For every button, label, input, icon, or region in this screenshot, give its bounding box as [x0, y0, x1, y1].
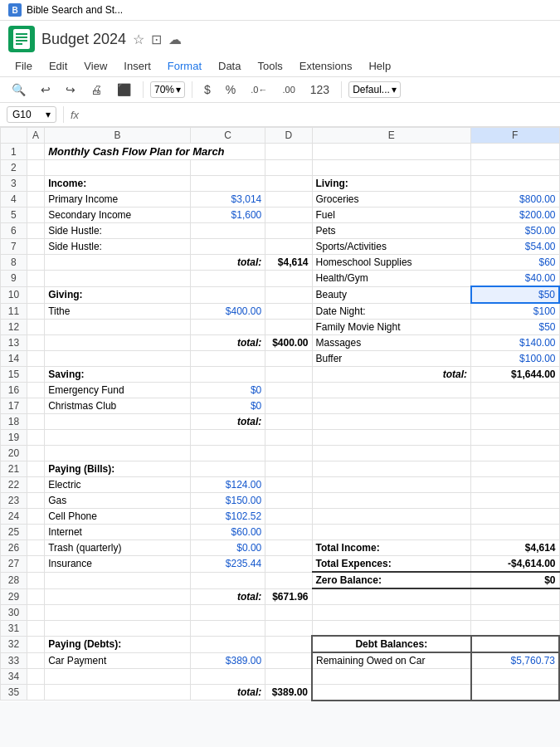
- cell-e5[interactable]: Fuel: [312, 208, 471, 223]
- cell-b2[interactable]: [45, 160, 191, 176]
- cell-a14[interactable]: [27, 351, 44, 367]
- cell-a26[interactable]: [27, 540, 44, 556]
- cell-c32[interactable]: [190, 636, 265, 652]
- cell-d34[interactable]: [265, 669, 312, 685]
- print-button[interactable]: 🖨: [85, 81, 107, 99]
- cell-c26[interactable]: $0.00: [190, 540, 265, 556]
- col-header-b[interactable]: B: [45, 128, 191, 144]
- cell-c14[interactable]: [190, 351, 265, 367]
- cell-d5[interactable]: [265, 208, 312, 223]
- cell-e23[interactable]: [312, 493, 471, 509]
- cell-d35[interactable]: $389.00: [265, 685, 312, 701]
- cell-b27[interactable]: Insurance: [45, 556, 191, 573]
- cell-a6[interactable]: [27, 223, 44, 239]
- cell-a11[interactable]: [27, 303, 44, 320]
- cell-f24[interactable]: [471, 509, 559, 525]
- cell-d24[interactable]: [265, 509, 312, 525]
- cell-d26[interactable]: [265, 540, 312, 556]
- cell-f23[interactable]: [471, 493, 559, 509]
- cell-b25[interactable]: Internet: [45, 525, 191, 540]
- cell-c27[interactable]: $235.44: [190, 556, 265, 573]
- cell-d29[interactable]: $671.96: [265, 588, 312, 604]
- menu-extensions[interactable]: Extensions: [293, 57, 359, 75]
- cell-f11[interactable]: $100: [471, 303, 559, 320]
- col-header-f[interactable]: F: [471, 128, 559, 144]
- cell-e15[interactable]: total:: [312, 367, 471, 383]
- cell-d16[interactable]: [265, 383, 312, 398]
- cell-a25[interactable]: [27, 525, 44, 540]
- cell-c3[interactable]: [190, 176, 265, 192]
- cell-d1[interactable]: [265, 144, 312, 160]
- cell-d23[interactable]: [265, 493, 312, 509]
- menu-tools[interactable]: Tools: [251, 57, 289, 75]
- cell-d7[interactable]: [265, 239, 312, 255]
- cell-b19[interactable]: [45, 430, 191, 446]
- cell-a35[interactable]: [27, 685, 44, 701]
- cell-f33[interactable]: $5,760.73: [471, 652, 559, 669]
- cell-c33[interactable]: $389.00: [190, 652, 265, 669]
- formula-input[interactable]: [85, 109, 553, 120]
- cell-a24[interactable]: [27, 509, 44, 525]
- cell-d32[interactable]: [265, 636, 312, 652]
- cell-d22[interactable]: [265, 477, 312, 493]
- cell-b1[interactable]: Monthly Cash Flow Plan for March: [45, 144, 265, 160]
- cell-c10[interactable]: [190, 286, 265, 303]
- col-header-e[interactable]: E: [312, 128, 471, 144]
- cell-e29[interactable]: [312, 588, 471, 604]
- cell-c12[interactable]: [190, 320, 265, 335]
- cell-f29[interactable]: [471, 588, 559, 604]
- cell-c8[interactable]: total:: [190, 255, 265, 271]
- cell-a4[interactable]: [27, 192, 44, 208]
- cell-e12[interactable]: Family Movie Night: [312, 320, 471, 335]
- cell-e9[interactable]: Health/Gym: [312, 271, 471, 287]
- search-button[interactable]: 🔍: [7, 81, 31, 99]
- cell-a28[interactable]: [27, 572, 44, 588]
- redo-button[interactable]: ↪: [61, 81, 80, 99]
- cell-a13[interactable]: [27, 335, 44, 351]
- cell-d3[interactable]: [265, 176, 312, 192]
- cell-f20[interactable]: [471, 446, 559, 461]
- menu-data[interactable]: Data: [212, 57, 247, 75]
- cell-c18[interactable]: total:: [190, 414, 265, 430]
- cell-f5[interactable]: $200.00: [471, 208, 559, 223]
- cell-e19[interactable]: [312, 430, 471, 446]
- cell-e21[interactable]: [312, 461, 471, 477]
- cell-a18[interactable]: [27, 414, 44, 430]
- cell-b15[interactable]: Saving:: [45, 367, 191, 383]
- cell-f3[interactable]: [471, 176, 559, 192]
- cell-a10[interactable]: [27, 286, 44, 303]
- cell-f35[interactable]: [471, 685, 559, 701]
- font-selector[interactable]: Defaul... ▾: [348, 81, 401, 98]
- cell-f13[interactable]: $140.00: [471, 335, 559, 351]
- cell-b4[interactable]: Primary Income: [45, 192, 191, 208]
- cell-c22[interactable]: $124.00: [190, 477, 265, 493]
- spreadsheet-container[interactable]: A B C D E F 1 Monthly Cash Flow Plan for…: [0, 127, 560, 701]
- cell-b26[interactable]: Trash (quarterly): [45, 540, 191, 556]
- cell-a1[interactable]: [27, 144, 44, 160]
- cell-c35[interactable]: total:: [190, 685, 265, 701]
- paint-format-button[interactable]: ⬛: [112, 81, 136, 99]
- cell-a7[interactable]: [27, 239, 44, 255]
- cell-c28[interactable]: [190, 572, 265, 588]
- cell-a29[interactable]: [27, 588, 44, 604]
- cell-d2[interactable]: [265, 160, 312, 176]
- cell-a12[interactable]: [27, 320, 44, 335]
- cell-f32[interactable]: [471, 636, 559, 652]
- cell-a8[interactable]: [27, 255, 44, 271]
- cell-e8[interactable]: Homeschool Supplies: [312, 255, 471, 271]
- cell-a20[interactable]: [27, 446, 44, 461]
- cell-b14[interactable]: [45, 351, 191, 367]
- cell-a31[interactable]: [27, 620, 44, 636]
- cell-c16[interactable]: $0: [190, 383, 265, 398]
- cell-d21[interactable]: [265, 461, 312, 477]
- cell-d4[interactable]: [265, 192, 312, 208]
- cell-e6[interactable]: Pets: [312, 223, 471, 239]
- cell-a19[interactable]: [27, 430, 44, 446]
- cell-f27[interactable]: -$4,614.00: [471, 556, 559, 573]
- cell-c13[interactable]: total:: [190, 335, 265, 351]
- undo-button[interactable]: ↩: [36, 81, 56, 99]
- cell-e13[interactable]: Massages: [312, 335, 471, 351]
- cell-e28[interactable]: Zero Balance:: [312, 572, 471, 588]
- cell-e17[interactable]: [312, 398, 471, 414]
- col-header-a[interactable]: A: [27, 128, 44, 144]
